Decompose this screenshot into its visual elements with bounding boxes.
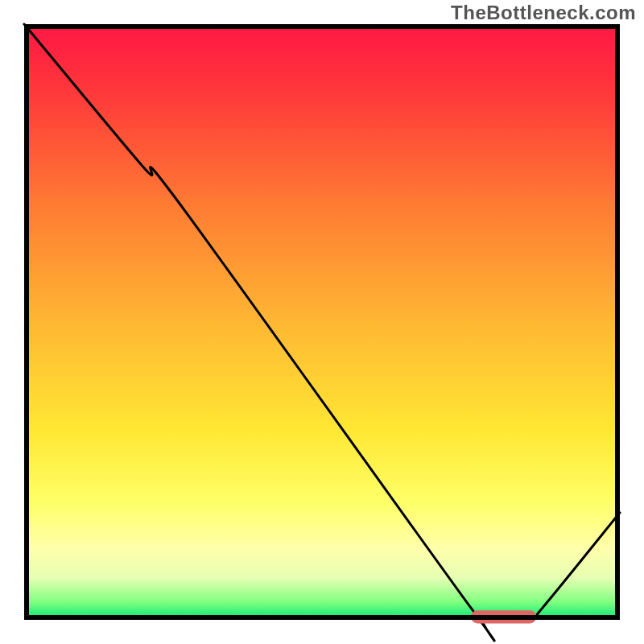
bottleneck-chart	[0, 0, 644, 644]
chart-container: TheBottleneck.com	[0, 0, 644, 644]
plot-background-gradient	[24, 24, 620, 620]
watermark-text: TheBottleneck.com	[451, 2, 636, 24]
